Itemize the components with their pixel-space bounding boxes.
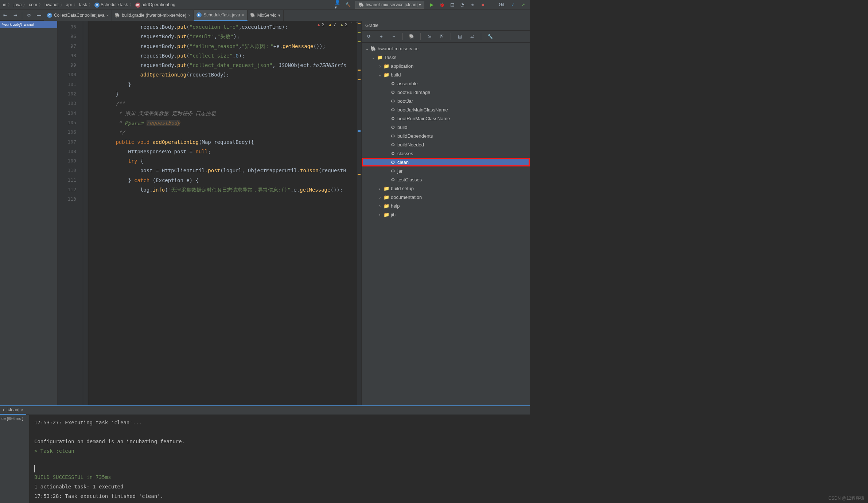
chevron-down-icon[interactable]: ▾ <box>278 13 280 18</box>
project-sidebar[interactable]: \work-zakj\hwariot <box>0 21 58 405</box>
gradle-icon: 🐘 <box>115 13 120 18</box>
gradle-header: Gradle <box>362 21 530 31</box>
tree-item-build[interactable]: ⌄📁build <box>362 70 530 79</box>
error-stripe[interactable] <box>357 21 361 405</box>
gear-icon: ⚙ <box>390 133 396 139</box>
project-path[interactable]: \work-zakj\hwariot <box>0 21 57 28</box>
editor-tab[interactable]: 🐘build.gradle (hwariot-mix-service)× <box>112 10 194 21</box>
fold-column[interactable] <box>83 21 88 405</box>
gear-icon: ⚙ <box>390 142 396 148</box>
folder-icon: 📁 <box>384 63 389 69</box>
gear-icon: ⚙ <box>390 124 396 130</box>
error-icon: ▲ <box>316 22 321 27</box>
wrench-icon[interactable]: 🔧 <box>486 32 494 41</box>
run-configuration-selector[interactable]: 🐘 hwariot-mix-service [clean] ▾ <box>355 1 424 9</box>
expand-icon[interactable]: › <box>378 212 382 217</box>
tree-item-jib[interactable]: ›📁jib <box>362 210 530 219</box>
expand-icon[interactable]: › <box>378 63 382 69</box>
run-tab[interactable]: e [clean] × <box>0 406 26 415</box>
git-commit-icon[interactable]: ↗ <box>520 2 526 8</box>
navigation-bar: in〉java〉com〉hwariot〉api〉task〉C ScheduleT… <box>0 0 530 10</box>
tree-item-bootJar[interactable]: ⚙bootJar <box>362 97 530 105</box>
gear-icon: ⚙ <box>390 80 396 86</box>
tree-item-build[interactable]: ⚙build <box>362 123 530 131</box>
remove-icon[interactable]: − <box>389 32 398 41</box>
gradle-icon: 🐘 <box>358 2 364 8</box>
tree-item-documentation[interactable]: ›📁documentation <box>362 193 530 201</box>
inspections-widget[interactable]: ▲2 ▲7 ▲2 ˆ ˇ <box>316 22 358 27</box>
tree-item-jar[interactable]: ⚙jar <box>362 166 530 175</box>
gradle-tool-window: Gradle ⟳ ＋ − 🐘 ⇲ ⇱ ▤ ⇄ 🔧 ⌄🐘hwariot-mix-s… <box>361 21 530 405</box>
breadcrumb-item[interactable]: task <box>78 2 89 7</box>
close-icon[interactable]: × <box>242 13 244 17</box>
debug-icon[interactable]: 🐞 <box>439 2 445 8</box>
offline-icon[interactable]: ⇄ <box>468 32 476 41</box>
add-icon[interactable]: ＋ <box>377 32 386 41</box>
tree-item-buildDependents[interactable]: ⚙buildDependents <box>362 131 530 140</box>
expand-icon[interactable]: ⌄ <box>371 55 375 60</box>
gear-icon: ⚙ <box>390 107 396 113</box>
expand-icon[interactable]: ⇲ <box>425 32 434 41</box>
editor-tab[interactable]: 🐘MixServic▾ <box>248 10 284 21</box>
chevron-up-icon[interactable]: ˆ <box>351 22 353 27</box>
tasks-icon[interactable]: ▤ <box>455 32 464 41</box>
tree-item-hwariot-mix-service[interactable]: ⌄🐘hwariot-mix-service <box>362 44 530 53</box>
tree-item-assemble[interactable]: ⚙assemble <box>362 79 530 88</box>
watermark: CSDN @12程序猿 <box>828 495 864 502</box>
breadcrumb-item[interactable]: in <box>1 2 8 7</box>
close-icon[interactable]: × <box>21 408 23 412</box>
tree-item-buildNeeded[interactable]: ⚙buildNeeded <box>362 140 530 149</box>
tree-item-clean[interactable]: ⚙clean <box>362 158 530 166</box>
tree-item-bootRunMainClassName[interactable]: ⚙bootRunMainClassName <box>362 114 530 123</box>
chevron-down-icon: ▾ <box>419 2 421 7</box>
stop-icon[interactable]: ■ <box>480 2 486 8</box>
breadcrumb-item[interactable]: hwariot <box>43 2 60 7</box>
tree-item-bootJarMainClassName[interactable]: ⚙bootJarMainClassName <box>362 105 530 114</box>
profiler-icon[interactable]: ◔ <box>459 2 465 8</box>
breadcrumb-item[interactable]: java <box>12 2 23 7</box>
breadcrumb-item[interactable]: C ScheduleTask <box>93 2 129 8</box>
coverage-icon[interactable]: ◱ <box>449 2 455 8</box>
expand-icon[interactable]: ⌄ <box>378 72 382 78</box>
run-icon[interactable]: ▶ <box>429 2 435 8</box>
tree-item-Tasks[interactable]: ⌄📁Tasks <box>362 53 530 62</box>
hide-icon[interactable]: — <box>35 11 43 20</box>
breadcrumb-item[interactable]: m addOperationLog <box>134 2 177 8</box>
tree-item-classes[interactable]: ⚙classes <box>362 149 530 158</box>
chevron-down-icon[interactable]: ˇ <box>356 22 358 27</box>
elephant-icon[interactable]: 🐘 <box>407 32 416 41</box>
settings-icon[interactable]: ⚙ <box>24 11 33 20</box>
close-icon[interactable]: × <box>106 13 109 17</box>
breadcrumb-item[interactable]: com <box>27 2 39 7</box>
gradle-tree[interactable]: ⌄🐘hwariot-mix-service⌄📁Tasks›📁applicatio… <box>362 43 530 405</box>
gear-icon: ⚙ <box>390 150 396 156</box>
select-opened-icon[interactable]: ⇥ <box>11 11 20 20</box>
tree-item-testClasses[interactable]: ⚙testClasses <box>362 175 530 184</box>
git-update-icon[interactable]: ✓ <box>510 2 516 8</box>
expand-icon[interactable]: › <box>378 186 382 191</box>
editor-tabs: CCollectDataController.java×🐘build.gradl… <box>44 10 530 21</box>
close-icon[interactable]: × <box>188 13 190 17</box>
tree-item-help[interactable]: ›📁help <box>362 201 530 210</box>
gear-icon: ⚙ <box>390 98 396 104</box>
code-area[interactable]: requestBody.put("execution_time",executi… <box>88 21 357 405</box>
tree-item-bootBuildImage[interactable]: ⚙bootBuildImage <box>362 88 530 97</box>
attach-icon[interactable]: ⎆ <box>470 2 475 8</box>
weak-warning-icon: ▲ <box>339 22 344 27</box>
editor-tab[interactable]: CCollectDataController.java× <box>44 10 112 21</box>
tree-item-build-setup[interactable]: ›📁build setup <box>362 184 530 193</box>
editor-tab[interactable]: CScheduleTask.java× <box>194 10 248 21</box>
refresh-icon[interactable]: ⟳ <box>365 32 373 41</box>
collapse-icon[interactable]: ⇱ <box>437 32 446 41</box>
code-editor[interactable]: 9596979899100101102103104105106107108109… <box>58 21 361 405</box>
project-view-icon[interactable]: ⇤ <box>1 11 9 20</box>
expand-icon[interactable]: ⌄ <box>365 46 369 51</box>
expand-icon[interactable]: › <box>378 203 382 209</box>
breadcrumb-item[interactable]: api <box>65 2 73 7</box>
user-icon[interactable]: 👤▾ <box>335 2 340 8</box>
build-hammer-icon[interactable]: 🔨 <box>345 2 351 8</box>
folder-icon: 📁 <box>384 203 389 209</box>
expand-icon[interactable]: › <box>378 194 382 200</box>
tree-item-application[interactable]: ›📁application <box>362 62 530 70</box>
console-output[interactable]: 17:53:27: Executing task 'clean'...​Conf… <box>29 415 530 503</box>
